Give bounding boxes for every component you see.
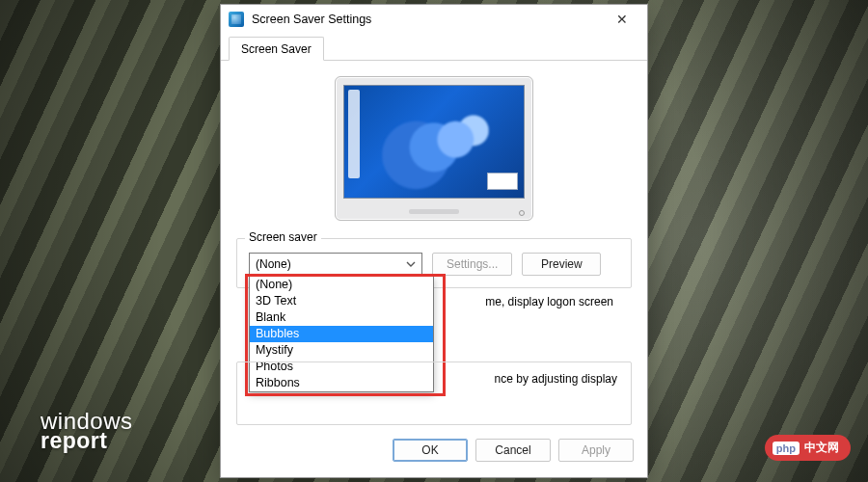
ok-button[interactable]: OK xyxy=(393,439,468,462)
cancel-button[interactable]: Cancel xyxy=(475,439,551,462)
power-management-groupbox: nce by adjusting display xyxy=(236,362,632,425)
php-badge-prefix: php xyxy=(773,442,800,455)
tab-label: Screen Saver xyxy=(241,42,312,56)
screensaver-combobox[interactable]: (None) xyxy=(249,253,422,276)
option-3d-text[interactable]: 3D Text xyxy=(250,293,433,309)
option-bubbles[interactable]: Bubbles xyxy=(250,326,433,342)
close-icon: ✕ xyxy=(616,12,628,27)
settings-button[interactable]: Settings... xyxy=(432,253,512,276)
dialog-icon xyxy=(229,12,244,27)
close-button[interactable]: ✕ xyxy=(601,6,643,33)
screen-saver-settings-dialog: Screen Saver Settings ✕ Screen Saver Scr… xyxy=(220,4,648,478)
monitor-preview-area xyxy=(236,70,632,232)
windowsreport-logo: windows report xyxy=(41,411,133,451)
titlebar[interactable]: Screen Saver Settings ✕ xyxy=(221,5,647,34)
monitor-frame xyxy=(335,76,533,221)
php-badge-text: 中文网 xyxy=(804,440,839,456)
monitor-stand-bar xyxy=(409,209,459,214)
preview-notification xyxy=(487,173,518,190)
php-cn-badge: php 中文网 xyxy=(765,435,851,461)
chevron-down-icon xyxy=(404,257,418,271)
apply-button[interactable]: Apply xyxy=(558,439,634,462)
cancel-button-label: Cancel xyxy=(495,443,530,457)
combobox-selected-text: (None) xyxy=(256,257,291,271)
preview-taskbar xyxy=(348,90,360,178)
preview-button-label: Preview xyxy=(541,257,583,271)
dialog-footer: OK Cancel Apply xyxy=(221,433,647,477)
screen-saver-groupbox: Screen saver (None) Settings... Preview … xyxy=(236,238,632,288)
option-none[interactable]: (None) xyxy=(250,277,433,293)
preview-button[interactable]: Preview xyxy=(522,253,601,276)
ok-button-label: OK xyxy=(421,443,438,457)
settings-button-label: Settings... xyxy=(447,257,498,271)
dialog-title: Screen Saver Settings xyxy=(252,13,593,26)
tab-strip: Screen Saver xyxy=(221,34,647,61)
monitor-power-button xyxy=(519,210,525,216)
monitor-screen xyxy=(343,85,525,199)
option-blank[interactable]: Blank xyxy=(250,309,433,326)
logo-line2: report xyxy=(41,431,133,451)
apply-button-label: Apply xyxy=(582,443,610,457)
option-mystify[interactable]: Mystify xyxy=(250,342,433,359)
wait-row-fragment: me, display logon screen xyxy=(485,295,613,308)
dialog-content: Screen saver (None) Settings... Preview … xyxy=(221,61,647,433)
power-fragment-text: nce by adjusting display xyxy=(495,372,617,386)
tab-screen-saver[interactable]: Screen Saver xyxy=(229,37,324,61)
groupbox-legend: Screen saver xyxy=(245,230,321,244)
